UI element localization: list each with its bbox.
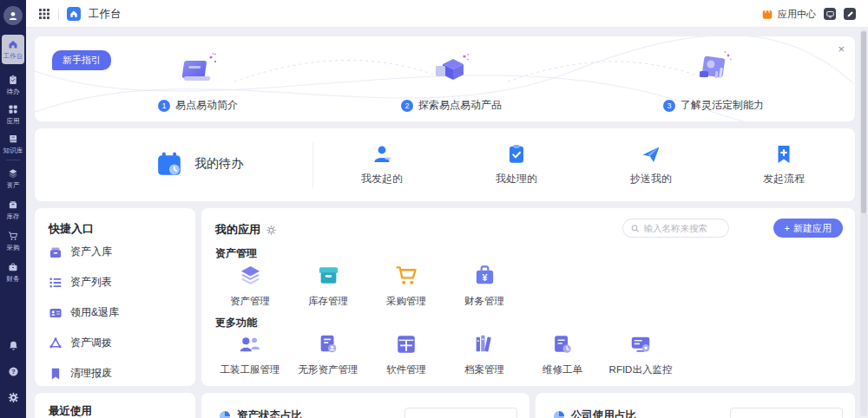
sidebar-item-assets[interactable]: 资产 [0,168,26,190]
app-launcher-icon[interactable] [38,8,50,20]
gear-icon [8,392,19,403]
question-icon: ? [8,366,19,377]
app-tile-uniform-mgmt[interactable]: 工装工服管理 [211,333,289,376]
apps-settings-gear-icon[interactable] [266,225,277,236]
quick-entry-scrap[interactable]: 清理报废 [49,366,112,381]
edit-icon [846,10,854,18]
quick-entry-asset-transfer[interactable]: 资产调拨 [49,336,112,350]
asset-status-filter-select[interactable] [404,408,517,418]
workbench-tab-icon[interactable] [67,7,81,21]
todo-item-start-flow[interactable]: 发起流程 [736,144,832,186]
app-tile-software-mgmt[interactable]: 软件管理 [367,333,445,376]
sidebar-item-purchase[interactable]: 采购 [0,231,26,252]
company-usage-filter-select[interactable] [730,408,843,418]
app-tile-archives-mgmt[interactable]: 档案管理 [445,333,523,376]
sidebar-item-label: 资产 [6,180,19,189]
topbar-divider [58,9,59,20]
my-apps-card: 我的应用 + 新建应用 资产管理 资产管理 库存管理 采购管理 [201,208,855,386]
my-apps-title: 我的应用 [215,222,260,238]
sidebar-item-workbench[interactable]: 工作台 [2,35,24,64]
sidebar-item-label: 待办 [6,87,19,95]
todo-item-processed[interactable]: 我处理的 [469,144,564,186]
vertical-scrollbar[interactable] [860,29,867,416]
sidebar-item-todo[interactable]: 待办 [0,75,26,96]
app-center-button[interactable]: 应用中心 [761,8,816,21]
app-tile-repair-orders[interactable]: 维修工单 [523,333,602,376]
quick-entry-title: 快捷入口 [49,221,94,237]
app-search-box[interactable] [622,219,729,238]
todo-item-label: 我发起的 [361,172,403,186]
step-number-badge: 2 [401,100,413,112]
window-grid-icon [395,333,418,356]
sidebar-item-label: 应用 [6,116,19,125]
todo-item-label: 发起流程 [763,172,805,186]
guide-step-2[interactable]: 2 探索易点易动产品 [356,49,547,113]
my-todo-title: 我的待办 [194,156,243,172]
home-icon [69,10,78,18]
app-tile-rfid-monitor[interactable]: RFID出入监控 [602,333,680,376]
pie-chart-icon [553,410,565,418]
app-tile-label: 采购管理 [386,295,426,308]
user-avatar[interactable] [3,6,23,25]
quick-entry-card: 快捷入口 资产入库 资产列表 领用&退库 资产调拨 清理报废 盘点管理 [35,208,195,386]
new-app-button[interactable]: + 新建应用 [773,219,843,238]
app-tile-label: 无形资产管理 [299,363,358,376]
app-tile-intangible-assets[interactable]: 无形资产管理 [289,333,367,376]
sidebar-item-inventory[interactable]: 库存 [0,199,26,221]
step-number-badge: 1 [158,100,170,112]
paper-plane-icon [641,144,661,165]
sidebar-item-finance[interactable]: 财务 [0,262,26,284]
my-todo-header[interactable]: 我的待办 [156,151,243,177]
sidebar-item-label: 财务 [6,274,19,283]
guide-step-1[interactable]: 1 易点易动简介 [102,49,293,113]
scrollbar-thumb[interactable] [861,31,866,213]
app-center-label: 应用中心 [778,8,816,21]
recent-used-card: 最近使用 [35,393,195,418]
doc-user-icon [317,333,339,356]
svg-text:¥: ¥ [482,272,487,283]
layers-icon [239,264,262,287]
app-tile-finance-mgmt[interactable]: ¥ 财务管理 [445,264,523,308]
section-title-assets: 资产管理 [215,246,257,261]
book-icon [8,134,18,144]
cycle-icon [49,336,62,350]
todo-item-cc[interactable]: 抄送我的 [603,144,699,186]
chart-title: 公司使用占比 [571,408,636,418]
quick-entry-label: 领用&退库 [70,305,119,320]
cart-icon [395,264,418,287]
recent-used-title: 最近使用 [49,404,92,418]
left-sidebar: 工作台 待办 应用 知识库 资产 库存 采购 财务 ? [0,0,26,418]
cart-icon [8,231,18,241]
clipboard-check-icon [8,75,18,85]
app-tile-purchase-mgmt[interactable]: 采购管理 [367,264,445,308]
box-icon [8,199,18,210]
close-icon[interactable]: × [838,43,845,55]
quick-entry-asset-inbound[interactable]: 资产入库 [49,245,112,259]
app-tile-label: 库存管理 [308,295,348,308]
notifications-button[interactable] [0,340,26,351]
app-tile-inventory-mgmt[interactable]: 库存管理 [289,264,367,308]
guide-step-3[interactable]: 3 了解灵活定制能力 [618,49,809,113]
archive-icon [317,264,340,287]
quick-entry-asset-list[interactable]: 资产列表 [49,275,112,290]
feedback-button[interactable] [844,8,856,20]
client-download-button[interactable] [824,8,836,20]
help-button[interactable]: ? [0,366,26,377]
todo-item-initiated[interactable]: 我发起的 [334,144,430,186]
app-search-input[interactable] [643,223,720,233]
quick-entry-label: 清理报废 [70,366,112,381]
quick-entry-checkout-return[interactable]: 领用&退库 [49,305,119,320]
app-tile-label: 资产管理 [230,295,270,308]
svg-text:?: ? [11,368,16,376]
sidebar-item-label: 工作台 [3,51,23,60]
quick-entry-label: 资产入库 [70,245,112,259]
sidebar-item-knowledge[interactable]: 知识库 [0,134,26,155]
sidebar-item-label: 库存 [6,212,19,220]
bookmark-plus-icon [773,144,794,165]
sidebar-item-apps[interactable]: 应用 [0,104,26,126]
settings-button[interactable] [0,392,26,403]
app-tile-asset-mgmt[interactable]: 资产管理 [211,264,289,308]
rfid-monitor-icon [629,333,652,356]
app-center-bag-icon [761,8,773,20]
bookmark-icon [49,367,62,381]
